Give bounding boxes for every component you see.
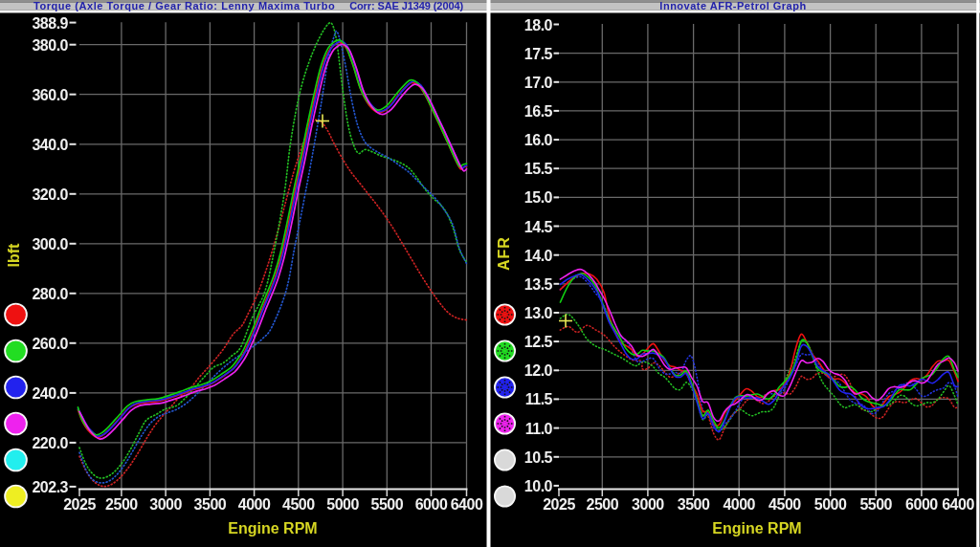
svg-text:2025: 2025 xyxy=(543,496,575,513)
svg-text:10.5: 10.5 xyxy=(524,449,553,466)
svg-text:6400: 6400 xyxy=(942,496,974,513)
svg-text:4500: 4500 xyxy=(768,496,801,513)
svg-text:Corr: SAE J1349 (2004): Corr: SAE J1349 (2004) xyxy=(349,0,463,11)
svg-text:320.0: 320.0 xyxy=(32,186,68,203)
svg-text:360.0: 360.0 xyxy=(32,87,68,103)
svg-text:AFR: AFR xyxy=(496,236,512,271)
svg-text:260.0: 260.0 xyxy=(32,336,68,352)
svg-text:3500: 3500 xyxy=(678,496,710,513)
svg-text:2025: 2025 xyxy=(63,496,96,513)
svg-text:Engine RPM: Engine RPM xyxy=(712,520,801,536)
svg-text:Torque (Axle Torque / Gear Rat: Torque (Axle Torque / Gear Ratio: Lenny … xyxy=(33,0,335,11)
svg-text:15.0: 15.0 xyxy=(524,189,553,206)
svg-text:6000: 6000 xyxy=(905,496,938,513)
svg-text:18.0: 18.0 xyxy=(524,17,553,33)
svg-text:388.9: 388.9 xyxy=(32,15,68,32)
svg-text:5000: 5000 xyxy=(326,496,359,513)
svg-text:Innovate AFR-Petrol Graph: Innovate AFR-Petrol Graph xyxy=(659,0,806,11)
svg-text:4500: 4500 xyxy=(282,496,315,513)
svg-text:Engine RPM: Engine RPM xyxy=(228,520,317,536)
svg-text:15.5: 15.5 xyxy=(524,161,553,177)
svg-text:14.5: 14.5 xyxy=(524,219,553,235)
svg-text:14.0: 14.0 xyxy=(524,248,553,264)
svg-text:3000: 3000 xyxy=(632,496,664,513)
svg-text:202.3: 202.3 xyxy=(32,479,68,495)
svg-text:5500: 5500 xyxy=(371,496,404,513)
svg-text:5000: 5000 xyxy=(814,496,847,513)
svg-text:4000: 4000 xyxy=(723,496,755,513)
svg-text:3000: 3000 xyxy=(149,496,182,513)
svg-text:2500: 2500 xyxy=(587,496,619,513)
svg-text:3500: 3500 xyxy=(194,496,227,513)
svg-text:17.0: 17.0 xyxy=(524,75,553,91)
svg-text:12.0: 12.0 xyxy=(524,362,553,379)
svg-text:340.0: 340.0 xyxy=(32,137,68,153)
svg-text:13.5: 13.5 xyxy=(524,276,553,293)
svg-text:4000: 4000 xyxy=(238,496,271,513)
svg-text:280.0: 280.0 xyxy=(32,286,68,302)
svg-text:240.0: 240.0 xyxy=(32,385,68,402)
svg-text:5500: 5500 xyxy=(859,496,892,513)
svg-text:380.0: 380.0 xyxy=(32,37,68,54)
svg-text:16.5: 16.5 xyxy=(524,103,553,120)
svg-text:11.5: 11.5 xyxy=(525,391,553,407)
svg-text:11.0: 11.0 xyxy=(525,421,553,437)
svg-text:17.5: 17.5 xyxy=(524,46,553,62)
svg-text:12.5: 12.5 xyxy=(524,334,553,350)
svg-text:16.0: 16.0 xyxy=(524,132,553,148)
svg-text:6400: 6400 xyxy=(451,496,483,513)
svg-text:10.0: 10.0 xyxy=(524,478,553,494)
svg-text:13.0: 13.0 xyxy=(524,305,553,321)
svg-text:lbft: lbft xyxy=(6,243,22,268)
svg-text:220.0: 220.0 xyxy=(32,435,68,451)
svg-text:2500: 2500 xyxy=(105,496,138,513)
svg-text:300.0: 300.0 xyxy=(32,236,68,252)
svg-text:6000: 6000 xyxy=(415,496,448,513)
